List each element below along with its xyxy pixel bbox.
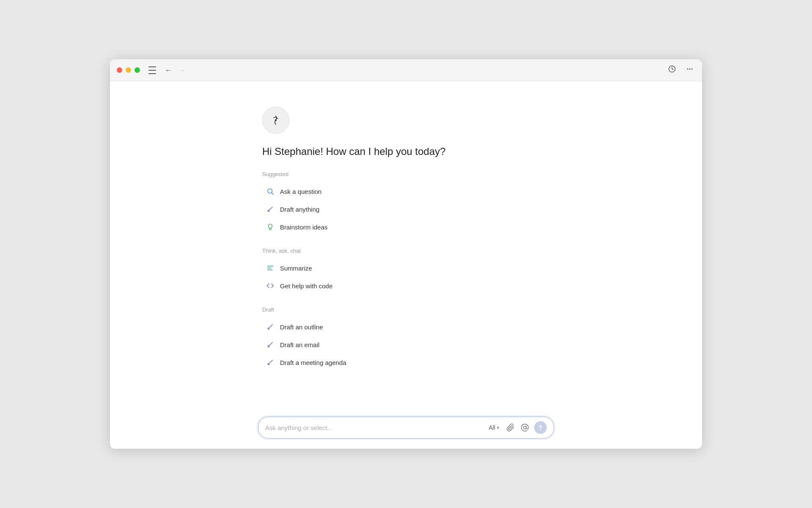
suggestion-item[interactable]: Summarize [262,259,550,277]
suggestion-text: Draft an email [280,341,319,348]
suggestion-list: Draft an outlineDraft an emailDraft a me… [262,318,550,371]
svg-line-13 [268,325,273,329]
attach-button[interactable] [505,422,516,433]
svg-point-1 [687,69,688,70]
input-bar-wrapper: All ▾ [258,417,554,439]
maximize-button[interactable] [134,67,140,73]
draft-icon [266,340,275,349]
send-button[interactable] [534,421,547,434]
suggestion-text: Brainstorm ideas [280,224,328,231]
draft-icon [266,204,275,214]
suggestion-list: Ask a questionDraft anythingBrainstorm i… [262,182,550,236]
section-label: Think, ask, chat [262,248,550,254]
menu-icon[interactable] [148,66,156,74]
forward-button[interactable]: → [176,66,187,75]
suggestion-item[interactable]: Brainstorm ideas [262,218,550,236]
search-icon [266,187,275,196]
suggestion-item[interactable]: Ask a question [262,182,550,200]
bulb-icon [266,222,275,232]
suggestion-text: Draft an outline [280,323,323,331]
input-actions: All ▾ [487,421,547,434]
chevron-down-icon: ▾ [497,425,499,431]
main-content: Hi Stephanie! How can I help you today? … [110,81,702,449]
traffic-lights [117,67,140,73]
content-area: Hi Stephanie! How can I help you today? … [262,107,550,383]
section: SuggestedAsk a questionDraft anythingBra… [262,171,550,236]
svg-line-19 [268,360,273,365]
svg-point-2 [689,69,691,70]
svg-point-22 [524,426,527,429]
mention-button[interactable] [520,422,530,433]
suggestion-list: SummarizeGet help with code [262,259,550,295]
suggestion-text: Draft anything [280,206,319,213]
svg-line-16 [268,342,273,347]
svg-point-3 [691,69,693,70]
svg-line-7 [268,207,273,212]
suggestion-item[interactable]: Draft anything [262,200,550,218]
suggestion-item[interactable]: Draft an email [262,336,550,353]
back-button[interactable]: ← [163,66,174,75]
svg-line-6 [272,193,273,194]
filter-all-button[interactable]: All ▾ [487,423,501,432]
suggestion-item[interactable]: Get help with code [262,277,550,295]
input-bar: All ▾ [258,417,554,439]
suggestion-text: Draft a meeting agenda [280,359,346,366]
section: DraftDraft an outlineDraft an emailDraft… [262,306,550,371]
section-label: Draft [262,306,550,313]
titlebar-right [667,64,695,77]
app-window: ← → [110,59,702,449]
more-button[interactable] [684,64,695,77]
minimize-button[interactable] [126,67,131,73]
suggestion-item[interactable]: Draft an outline [262,318,550,336]
draft-icon [266,358,275,367]
suggestion-item[interactable]: Draft a meeting agenda [262,353,550,371]
suggestion-text: Summarize [280,265,312,272]
filter-label: All [488,424,495,431]
avatar [262,107,289,134]
nav-arrows: ← → [163,66,187,75]
summarize-icon [266,263,275,273]
suggestion-text: Ask a question [280,188,321,195]
section: Think, ask, chatSummarizeGet help with c… [262,248,550,295]
suggestion-text: Get help with code [280,282,332,290]
greeting-text: Hi Stephanie! How can I help you today? [262,146,550,157]
history-button[interactable] [667,64,678,77]
draft-icon [266,322,275,331]
titlebar: ← → [110,59,702,81]
chat-input[interactable] [265,424,483,431]
section-label: Suggested [262,171,550,177]
sections-container: SuggestedAsk a questionDraft anythingBra… [262,171,550,371]
close-button[interactable] [117,67,122,73]
svg-point-4 [275,119,277,121]
code-icon [266,281,275,290]
